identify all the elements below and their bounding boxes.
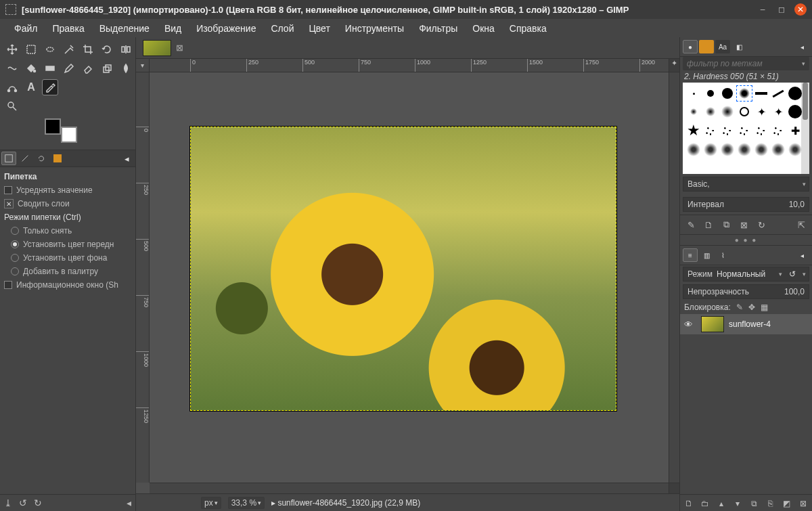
menu-view[interactable]: Вид bbox=[158, 21, 187, 36]
brush-preset[interactable] bbox=[771, 86, 786, 101]
merge-down-icon[interactable]: ⎘ bbox=[765, 497, 777, 510]
brush-preset[interactable] bbox=[754, 86, 769, 101]
eraser-tool[interactable] bbox=[80, 60, 96, 76]
dock-separator[interactable]: ● ● ● bbox=[680, 234, 812, 245]
delete-brush-icon[interactable]: ⊠ bbox=[737, 218, 750, 231]
color-picker-tool[interactable] bbox=[42, 79, 58, 95]
brush-preset-selector[interactable]: Basic, ▾ bbox=[683, 177, 809, 192]
color-swatch[interactable] bbox=[45, 118, 77, 143]
pick-mode-add-palette[interactable]: Добавить в палитру bbox=[11, 265, 131, 278]
open-as-image-icon[interactable]: ⇱ bbox=[794, 218, 808, 231]
brush-preset[interactable]: ✚ bbox=[788, 123, 803, 138]
fonts-tab[interactable]: Aa bbox=[715, 40, 730, 53]
layer-visibility-icon[interactable]: 👁 bbox=[684, 319, 696, 330]
paths-tab[interactable]: ⌇ bbox=[715, 248, 730, 262]
clone-tool[interactable] bbox=[99, 60, 115, 76]
raise-layer-icon[interactable]: ▴ bbox=[715, 497, 727, 510]
fuzzy-select-tool[interactable] bbox=[61, 41, 77, 58]
save-preset-icon[interactable]: ⤓ bbox=[4, 497, 12, 508]
lower-layer-icon[interactable]: ▾ bbox=[731, 497, 744, 510]
background-color[interactable] bbox=[61, 127, 77, 143]
smudge-tool[interactable] bbox=[118, 60, 134, 76]
refresh-brush-icon[interactable]: ↻ bbox=[754, 218, 768, 231]
new-brush-icon[interactable]: 🗋 bbox=[702, 218, 715, 231]
layer-mode-selector[interactable]: Режим Нормальный ▾ ↺ ▾ bbox=[683, 267, 809, 282]
canvas-area[interactable]: ▾ 025050075010001250150017502000 0250500… bbox=[136, 59, 679, 493]
window-minimize-button[interactable]: – bbox=[757, 3, 769, 16]
brush-preset[interactable]: ✦ bbox=[754, 104, 769, 119]
brush-preset[interactable] bbox=[737, 142, 752, 157]
lock-alpha-icon[interactable]: ▦ bbox=[761, 303, 768, 312]
brush-grid[interactable]: ✦✦★✚ bbox=[683, 83, 809, 174]
edit-brush-icon[interactable]: ✎ bbox=[684, 218, 698, 231]
brush-preset[interactable] bbox=[686, 104, 701, 119]
move-tool[interactable] bbox=[4, 41, 20, 58]
brush-spacing-slider[interactable]: Интервал 10,0 bbox=[683, 197, 809, 212]
brush-preset[interactable] bbox=[771, 142, 786, 157]
window-maximize-button[interactable]: ◻ bbox=[775, 3, 788, 16]
lock-position-icon[interactable]: ✥ bbox=[748, 303, 755, 312]
pencil-tool[interactable] bbox=[61, 60, 77, 76]
patterns-tab[interactable] bbox=[699, 40, 714, 53]
menu-image[interactable]: Изображение bbox=[190, 21, 262, 36]
text-tool[interactable]: A bbox=[23, 79, 39, 95]
brush-preset[interactable] bbox=[737, 104, 752, 119]
zoom-selector[interactable]: 33,3 %▾ bbox=[228, 497, 265, 509]
vertical-ruler[interactable]: 025050075010001250 bbox=[136, 72, 150, 483]
images-tab[interactable] bbox=[50, 152, 65, 165]
brush-preset[interactable] bbox=[703, 104, 718, 119]
free-select-tool[interactable] bbox=[42, 41, 58, 58]
brush-preset[interactable] bbox=[737, 86, 752, 101]
layer-item[interactable]: 👁 sunflower-4 bbox=[680, 314, 812, 334]
layer-opacity-slider[interactable]: Непрозрачность 100,0 bbox=[683, 284, 809, 299]
brush-preset[interactable] bbox=[754, 142, 769, 157]
pick-mode-set-fg[interactable]: Установить цвет передн bbox=[11, 238, 131, 251]
switch-mode-group-icon[interactable]: ↺ bbox=[785, 267, 800, 281]
warp-tool[interactable] bbox=[4, 60, 20, 76]
unit-selector[interactable]: px▾ bbox=[201, 497, 221, 509]
tool-options-menu-button[interactable]: ◂ bbox=[119, 152, 134, 165]
menu-colors[interactable]: Цвет bbox=[302, 21, 336, 36]
info-window-option[interactable]: Информационное окно (Sh bbox=[4, 278, 131, 292]
brush-preset[interactable] bbox=[703, 86, 718, 101]
brushes-dock-menu[interactable]: ◂ bbox=[794, 40, 809, 53]
brush-preset[interactable] bbox=[720, 104, 735, 119]
pick-mode-pick-only[interactable]: Только снять bbox=[11, 224, 131, 238]
brush-preset[interactable] bbox=[703, 142, 718, 157]
menu-edit[interactable]: Правка bbox=[46, 21, 90, 36]
new-group-icon[interactable]: 🗀 bbox=[699, 497, 711, 510]
layer-list[interactable]: 👁 sunflower-4 bbox=[680, 314, 812, 494]
ruler-origin[interactable]: ▾ bbox=[136, 59, 150, 72]
sample-merged-option[interactable]: ✕ Сводить слои bbox=[4, 197, 131, 210]
brush-preset[interactable] bbox=[720, 142, 735, 157]
brush-preset[interactable] bbox=[771, 123, 786, 138]
brush-preset[interactable] bbox=[720, 123, 735, 138]
device-status-tab[interactable] bbox=[18, 152, 32, 165]
vertical-scrollbar[interactable] bbox=[669, 72, 679, 483]
brush-preset[interactable] bbox=[788, 104, 803, 119]
brush-preset[interactable] bbox=[686, 86, 701, 101]
brushes-tab[interactable]: ● bbox=[683, 40, 698, 53]
canvas-viewport[interactable] bbox=[150, 72, 669, 483]
layer-name-label[interactable]: sunflower-4 bbox=[729, 319, 771, 329]
horizontal-scrollbar[interactable] bbox=[150, 483, 669, 493]
tool-options-tab[interactable] bbox=[1, 152, 16, 165]
brush-preset[interactable]: ✦ bbox=[771, 104, 786, 119]
brush-preset[interactable] bbox=[754, 123, 769, 138]
image-canvas[interactable] bbox=[190, 127, 616, 411]
pick-mode-set-bg[interactable]: Установить цвет фона bbox=[11, 251, 131, 265]
menu-tools[interactable]: Инструменты bbox=[339, 21, 410, 36]
path-tool[interactable] bbox=[4, 79, 20, 95]
brush-preset[interactable] bbox=[737, 123, 752, 138]
brush-preset[interactable] bbox=[703, 123, 718, 138]
foreground-color[interactable] bbox=[45, 118, 61, 135]
brush-preset[interactable] bbox=[788, 86, 803, 101]
brush-preset[interactable] bbox=[720, 86, 735, 101]
layers-dock-menu[interactable]: ◂ bbox=[794, 248, 809, 262]
rect-select-tool[interactable] bbox=[23, 41, 39, 58]
chevron-down-icon[interactable]: ▾ bbox=[798, 60, 809, 67]
brush-preset[interactable] bbox=[686, 142, 701, 157]
reset-preset-icon[interactable]: ◂ bbox=[127, 497, 131, 508]
brush-filter-input[interactable] bbox=[683, 57, 798, 70]
layers-tab[interactable]: ≡ bbox=[683, 248, 698, 262]
